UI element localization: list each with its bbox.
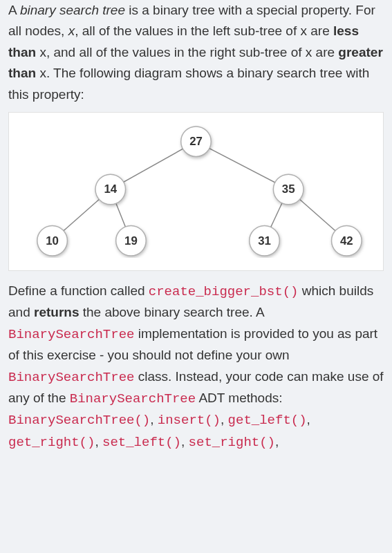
text: , — [307, 412, 310, 427]
code-binarysearchtree: BinarySearchTree — [70, 391, 196, 406]
bst-diagram: 27 14 35 10 19 31 42 — [8, 112, 384, 271]
intro-paragraph: A binary search tree is a binary tree wi… — [8, 0, 384, 105]
text: the above binary search tree. A — [79, 305, 263, 319]
text: A — [8, 3, 20, 17]
term-binary-search-tree: binary search tree — [20, 3, 125, 17]
tree-node-label: 35 — [282, 182, 295, 196]
emphasis-returns: returns — [34, 305, 79, 319]
text: ADT methods: — [196, 391, 282, 405]
code-method: get_right() — [8, 435, 95, 450]
text: , all of the values in the left sub-tree… — [75, 24, 333, 38]
code-create-bigger-bst: create_bigger_bst() — [149, 284, 299, 299]
text: , — [95, 434, 102, 449]
code-method: BinarySearchTree() — [8, 413, 150, 428]
tree-svg: 27 14 35 10 19 31 42 — [16, 121, 376, 258]
code-method: get_left() — [228, 413, 307, 428]
text: , — [150, 412, 158, 427]
text: Define a function called — [8, 283, 149, 298]
code-binarysearchtree: BinarySearchTree — [8, 327, 134, 342]
tree-node-label: 14 — [104, 182, 117, 196]
text: , — [181, 434, 189, 449]
text: , — [275, 434, 279, 449]
instructions-paragraph: Define a function called create_bigger_b… — [8, 281, 384, 453]
tree-node-label: 31 — [258, 234, 271, 247]
tree-node-label: 10 — [46, 234, 59, 247]
code-method: set_right() — [189, 435, 275, 450]
tree-node-label: 27 — [189, 135, 203, 148]
tree-node-label: 42 — [340, 234, 353, 247]
tree-node-label: 19 — [124, 234, 138, 247]
text: , — [221, 412, 228, 427]
variable-x: x — [68, 24, 75, 38]
text: x, and all of the values in the right su… — [36, 45, 338, 59]
code-method: insert() — [158, 413, 221, 428]
text: x. The following diagram shows a binary … — [8, 66, 369, 101]
code-binarysearchtree: BinarySearchTree — [8, 370, 134, 385]
edge — [196, 142, 289, 189]
code-method: set_left() — [102, 435, 181, 450]
